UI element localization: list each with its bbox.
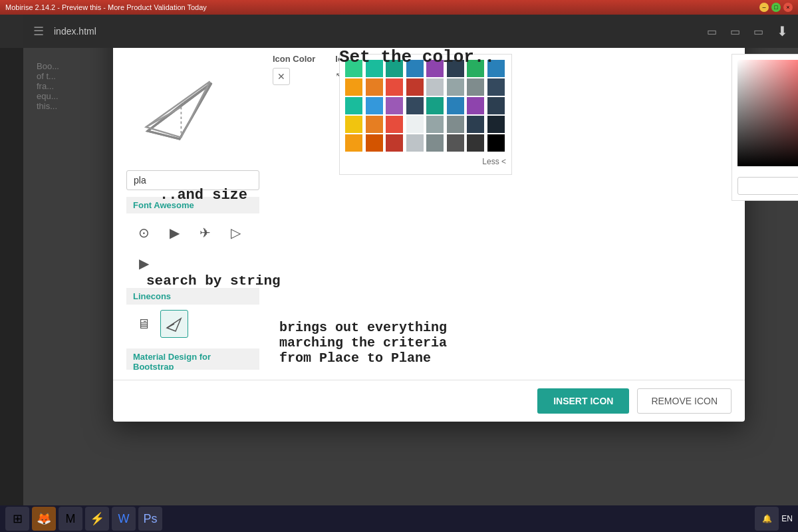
- insert-icon-button[interactable]: INSERT ICON: [537, 388, 629, 414]
- icon-play-outline[interactable]: ▷: [221, 219, 249, 247]
- search-input[interactable]: [126, 170, 259, 190]
- font-awesome-label: Font Awesome: [126, 197, 259, 213]
- color-swatch-21[interactable]: [447, 97, 464, 114]
- minimize-button[interactable]: –: [759, 3, 769, 12]
- color-swatch-27[interactable]: [406, 116, 424, 133]
- close-color-picker-button[interactable]: ✕: [273, 68, 290, 85]
- color-swatch-37[interactable]: [447, 134, 464, 152]
- color-swatch-13[interactable]: [447, 78, 464, 96]
- color-swatch-30[interactable]: [467, 116, 484, 133]
- icon-play-btn[interactable]: ▶: [130, 249, 158, 277]
- app-header: ☰ index.html ▭ ▭ ▭ ⬇: [23, 15, 798, 48]
- color-swatch-10[interactable]: [386, 78, 403, 96]
- color-swatch-31[interactable]: [487, 116, 505, 133]
- icon-plane[interactable]: ✈: [191, 219, 219, 247]
- close-window-button[interactable]: ×: [783, 3, 793, 12]
- color-swatch-24[interactable]: [345, 116, 362, 133]
- color-swatch-33[interactable]: [366, 134, 383, 152]
- left-panel: Font Awesome ⊙ ▶ ✈ ▷ ▶ Linecons: [126, 54, 259, 370]
- color-swatch-12[interactable]: [426, 78, 444, 96]
- color-swatch-2[interactable]: [386, 60, 403, 77]
- paper-plane-preview-icon: [140, 67, 219, 147]
- color-swatch-17[interactable]: [366, 97, 383, 114]
- color-preview-box: ✕: [273, 68, 315, 85]
- color-swatch-26[interactable]: [386, 116, 403, 133]
- color-swatch-0[interactable]: [345, 60, 362, 77]
- font-awesome-section: Font Awesome ⊙ ▶ ✈ ▷ ▶: [126, 197, 259, 283]
- icon-color-group: Icon Color ✕: [273, 54, 315, 85]
- color-swatch-9[interactable]: [366, 78, 383, 96]
- linecons-icons: 🖥: [126, 305, 259, 343]
- material-design-section: Material Design for Bootstrap ↺ ⊞ ▶ ⊙ ⊚ …: [126, 348, 259, 370]
- taskbar-mobirise[interactable]: M: [59, 507, 82, 531]
- color-swatch-7[interactable]: [487, 60, 505, 77]
- color-swatch-16[interactable]: [345, 97, 362, 114]
- hex-color-input[interactable]: [737, 177, 798, 195]
- material-design-label: Material Design for Bootstrap: [126, 348, 259, 370]
- color-swatch-11[interactable]: [406, 78, 424, 96]
- color-gradient-area[interactable]: [737, 60, 798, 166]
- page-title: index.html: [54, 26, 96, 37]
- hamburger-menu[interactable]: ☰: [33, 24, 44, 39]
- taskbar-word[interactable]: W: [112, 507, 136, 531]
- color-swatch-8[interactable]: [345, 78, 362, 96]
- color-swatch-22[interactable]: [467, 97, 484, 114]
- color-swatch-36[interactable]: [426, 134, 444, 152]
- taskbar-firefox[interactable]: 🦊: [32, 507, 56, 531]
- icon-preview: [126, 54, 233, 160]
- taskbar-filezilla[interactable]: ⚡: [85, 507, 109, 531]
- color-swatch-6[interactable]: [467, 60, 484, 77]
- color-swatch-32[interactable]: [345, 134, 362, 152]
- brightness-gradient: [737, 60, 798, 166]
- color-swatch-23[interactable]: [487, 97, 505, 114]
- modal-footer: INSERT ICON REMOVE ICON: [113, 380, 745, 422]
- less-more-button[interactable]: Less <: [482, 157, 506, 166]
- color-swatch-38[interactable]: [467, 134, 484, 152]
- title-bar: Mobirise 2.14.2 - Preview this - More Pr…: [0, 0, 798, 15]
- maximize-button[interactable]: □: [771, 3, 781, 12]
- icon-color-label: Icon Color: [273, 54, 315, 64]
- color-swatch-15[interactable]: [487, 78, 505, 96]
- color-swatch-39[interactable]: [487, 134, 505, 152]
- color-swatch-4[interactable]: [426, 60, 444, 77]
- color-swatch-18[interactable]: [386, 97, 403, 114]
- color-swatch-5[interactable]: [447, 60, 464, 77]
- color-swatch-34[interactable]: [386, 134, 403, 152]
- icon-play-circle[interactable]: ⊙: [130, 219, 158, 247]
- icons-area: Font Awesome ⊙ ▶ ✈ ▷ ▶ Linecons: [126, 197, 259, 370]
- download-icon[interactable]: ⬇: [777, 23, 788, 39]
- color-swatch-29[interactable]: [447, 116, 464, 133]
- color-swatch-35[interactable]: [406, 134, 424, 152]
- annotation-brings-out: brings out everything marching the crite…: [279, 320, 447, 366]
- font-awesome-icons: ⊙ ▶ ✈ ▷ ▶: [126, 213, 259, 283]
- device-desktop-icon[interactable]: ▭: [753, 25, 763, 38]
- taskbar-photoshop[interactable]: Ps: [138, 507, 162, 531]
- color-palette: Less <: [339, 54, 512, 175]
- color-swatches: [345, 60, 506, 152]
- taskbar-start[interactable]: ⊞: [5, 507, 29, 531]
- color-swatch-14[interactable]: [467, 78, 484, 96]
- icon-play[interactable]: ▶: [160, 219, 188, 247]
- color-swatch-20[interactable]: [426, 97, 444, 114]
- linecons-section: Linecons 🖥: [126, 288, 259, 343]
- linecon-monitor[interactable]: 🖥: [130, 310, 158, 338]
- remove-icon-button[interactable]: REMOVE ICON: [637, 388, 732, 414]
- modal-body: Font Awesome ⊙ ▶ ✈ ▷ ▶ Linecons: [113, 44, 745, 380]
- color-swatch-1[interactable]: [366, 60, 383, 77]
- color-swatch-19[interactable]: [406, 97, 424, 114]
- color-swatch-3[interactable]: [406, 60, 424, 77]
- title-bar-text: Mobirise 2.14.2 - Preview this - More Pr…: [5, 3, 759, 11]
- device-tablet-icon[interactable]: ▭: [730, 25, 740, 38]
- header-icons: ▭ ▭ ▭ ⬇: [707, 23, 788, 39]
- taskbar-notification[interactable]: 🔔: [755, 507, 779, 531]
- linecon-plane[interactable]: [160, 310, 188, 338]
- color-swatch-28[interactable]: [426, 116, 444, 133]
- taskbar: ⊞ 🦊 M ⚡ W Ps 🔔 EN: [0, 505, 798, 532]
- taskbar-language: EN: [781, 514, 793, 523]
- title-bar-controls: – □ ×: [759, 3, 793, 12]
- saturation-gradient: [737, 60, 798, 166]
- color-swatch-25[interactable]: [366, 116, 383, 133]
- linecons-label: Linecons: [126, 288, 259, 305]
- device-mobile-icon[interactable]: ▭: [707, 25, 717, 38]
- color-picker-box: ✕: [732, 54, 798, 201]
